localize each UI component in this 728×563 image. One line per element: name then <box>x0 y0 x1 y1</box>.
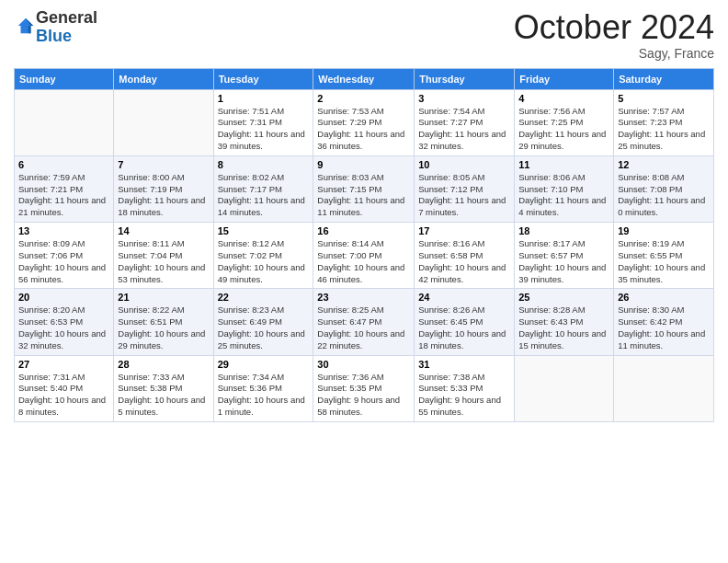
day-number: 22 <box>218 292 310 303</box>
day-info: Sunrise: 8:25 AMSunset: 6:47 PMDaylight:… <box>317 304 410 351</box>
col-sunday: Sunday <box>15 68 114 89</box>
day-info: Sunrise: 8:28 AMSunset: 6:43 PMDaylight:… <box>518 304 609 351</box>
calendar-cell: 29Sunrise: 7:34 AMSunset: 5:36 PMDayligh… <box>213 355 313 421</box>
title-block: October 2024 Sagy, France <box>514 9 714 61</box>
calendar-cell: 5Sunrise: 7:57 AMSunset: 7:23 PMDaylight… <box>614 89 714 155</box>
day-number: 20 <box>18 292 109 303</box>
day-info: Sunrise: 8:00 AMSunset: 7:19 PMDaylight:… <box>118 172 209 219</box>
calendar-cell: 11Sunrise: 8:06 AMSunset: 7:10 PMDayligh… <box>515 155 614 222</box>
month-title: October 2024 <box>514 9 714 46</box>
calendar-cell: 22Sunrise: 8:23 AMSunset: 6:49 PMDayligh… <box>213 289 313 355</box>
logo-blue-text: Blue <box>36 27 72 45</box>
calendar-cell: 20Sunrise: 8:20 AMSunset: 6:53 PMDayligh… <box>15 289 114 355</box>
calendar-cell: 9Sunrise: 8:03 AMSunset: 7:15 PMDaylight… <box>313 155 415 222</box>
day-number: 16 <box>317 225 410 236</box>
day-number: 11 <box>518 159 609 170</box>
logo: General Blue <box>14 9 97 46</box>
day-number: 25 <box>518 292 609 303</box>
calendar-cell: 28Sunrise: 7:33 AMSunset: 5:38 PMDayligh… <box>114 355 213 421</box>
calendar-cell <box>515 355 614 421</box>
day-info: Sunrise: 7:54 AMSunset: 7:27 PMDaylight:… <box>418 106 510 153</box>
day-number: 6 <box>18 159 109 170</box>
day-info: Sunrise: 7:53 AMSunset: 7:29 PMDaylight:… <box>317 106 410 153</box>
day-number: 13 <box>18 225 109 236</box>
day-number: 14 <box>118 225 209 236</box>
calendar-cell <box>15 89 114 155</box>
day-info: Sunrise: 8:20 AMSunset: 6:53 PMDaylight:… <box>18 304 109 351</box>
day-info: Sunrise: 8:08 AMSunset: 7:08 PMDaylight:… <box>618 172 710 219</box>
page: General Blue October 2024 Sagy, France S… <box>0 0 728 563</box>
day-number: 2 <box>317 93 410 104</box>
calendar-cell: 3Sunrise: 7:54 AMSunset: 7:27 PMDaylight… <box>415 89 515 155</box>
header: General Blue October 2024 Sagy, France <box>14 9 714 61</box>
day-info: Sunrise: 8:06 AMSunset: 7:10 PMDaylight:… <box>518 172 609 219</box>
day-number: 8 <box>218 159 310 170</box>
day-number: 9 <box>317 159 410 170</box>
calendar-cell: 12Sunrise: 8:08 AMSunset: 7:08 PMDayligh… <box>614 155 714 222</box>
day-info: Sunrise: 8:30 AMSunset: 6:42 PMDaylight:… <box>618 304 710 351</box>
calendar-week-row: 27Sunrise: 7:31 AMSunset: 5:40 PMDayligh… <box>15 355 714 421</box>
day-info: Sunrise: 8:23 AMSunset: 6:49 PMDaylight:… <box>218 304 310 351</box>
day-info: Sunrise: 8:14 AMSunset: 7:00 PMDaylight:… <box>317 238 410 285</box>
day-number: 27 <box>18 359 109 370</box>
col-thursday: Thursday <box>415 68 515 89</box>
day-info: Sunrise: 7:51 AMSunset: 7:31 PMDaylight:… <box>218 106 310 153</box>
day-number: 4 <box>518 93 609 104</box>
day-number: 29 <box>218 359 310 370</box>
calendar-cell: 1Sunrise: 7:51 AMSunset: 7:31 PMDaylight… <box>213 89 313 155</box>
calendar-cell: 14Sunrise: 8:11 AMSunset: 7:04 PMDayligh… <box>114 223 213 289</box>
day-info: Sunrise: 7:57 AMSunset: 7:23 PMDaylight:… <box>618 106 710 153</box>
calendar-cell <box>114 89 213 155</box>
calendar-header-row: Sunday Monday Tuesday Wednesday Thursday… <box>15 68 714 89</box>
col-tuesday: Tuesday <box>213 68 313 89</box>
day-number: 10 <box>418 159 510 170</box>
day-info: Sunrise: 8:26 AMSunset: 6:45 PMDaylight:… <box>418 304 510 351</box>
calendar-week-row: 20Sunrise: 8:20 AMSunset: 6:53 PMDayligh… <box>15 289 714 355</box>
day-number: 26 <box>618 292 710 303</box>
calendar-cell: 6Sunrise: 7:59 AMSunset: 7:21 PMDaylight… <box>15 155 114 222</box>
day-number: 23 <box>317 292 410 303</box>
day-number: 21 <box>118 292 209 303</box>
calendar-cell: 30Sunrise: 7:36 AMSunset: 5:35 PMDayligh… <box>313 355 415 421</box>
day-info: Sunrise: 7:31 AMSunset: 5:40 PMDaylight:… <box>18 372 109 419</box>
day-info: Sunrise: 8:05 AMSunset: 7:12 PMDaylight:… <box>418 172 510 219</box>
day-info: Sunrise: 8:16 AMSunset: 6:58 PMDaylight:… <box>418 238 510 285</box>
day-number: 5 <box>618 93 710 104</box>
day-info: Sunrise: 7:56 AMSunset: 7:25 PMDaylight:… <box>518 106 609 153</box>
calendar-cell: 25Sunrise: 8:28 AMSunset: 6:43 PMDayligh… <box>515 289 614 355</box>
calendar-table: Sunday Monday Tuesday Wednesday Thursday… <box>14 68 714 422</box>
calendar-cell: 26Sunrise: 8:30 AMSunset: 6:42 PMDayligh… <box>614 289 714 355</box>
calendar-cell: 4Sunrise: 7:56 AMSunset: 7:25 PMDaylight… <box>515 89 614 155</box>
day-info: Sunrise: 8:11 AMSunset: 7:04 PMDaylight:… <box>118 238 209 285</box>
calendar-cell: 21Sunrise: 8:22 AMSunset: 6:51 PMDayligh… <box>114 289 213 355</box>
calendar-cell: 19Sunrise: 8:19 AMSunset: 6:55 PMDayligh… <box>614 223 714 289</box>
calendar-cell: 16Sunrise: 8:14 AMSunset: 7:00 PMDayligh… <box>313 223 415 289</box>
calendar-week-row: 1Sunrise: 7:51 AMSunset: 7:31 PMDaylight… <box>15 89 714 155</box>
calendar-cell: 18Sunrise: 8:17 AMSunset: 6:57 PMDayligh… <box>515 223 614 289</box>
day-info: Sunrise: 7:34 AMSunset: 5:36 PMDaylight:… <box>218 372 310 419</box>
day-info: Sunrise: 8:17 AMSunset: 6:57 PMDaylight:… <box>518 238 609 285</box>
day-number: 18 <box>518 225 609 236</box>
day-info: Sunrise: 8:12 AMSunset: 7:02 PMDaylight:… <box>218 238 310 285</box>
col-wednesday: Wednesday <box>313 68 415 89</box>
day-info: Sunrise: 8:03 AMSunset: 7:15 PMDaylight:… <box>317 172 410 219</box>
col-monday: Monday <box>114 68 213 89</box>
day-number: 31 <box>418 359 510 370</box>
calendar-week-row: 6Sunrise: 7:59 AMSunset: 7:21 PMDaylight… <box>15 155 714 222</box>
col-friday: Friday <box>515 68 614 89</box>
day-info: Sunrise: 8:02 AMSunset: 7:17 PMDaylight:… <box>218 172 310 219</box>
calendar-cell: 15Sunrise: 8:12 AMSunset: 7:02 PMDayligh… <box>213 223 313 289</box>
location: Sagy, France <box>514 46 714 61</box>
day-info: Sunrise: 8:19 AMSunset: 6:55 PMDaylight:… <box>618 238 710 285</box>
day-number: 7 <box>118 159 209 170</box>
day-number: 19 <box>618 225 710 236</box>
day-info: Sunrise: 8:22 AMSunset: 6:51 PMDaylight:… <box>118 304 209 351</box>
calendar-cell: 17Sunrise: 8:16 AMSunset: 6:58 PMDayligh… <box>415 223 515 289</box>
calendar-cell: 31Sunrise: 7:38 AMSunset: 5:33 PMDayligh… <box>415 355 515 421</box>
day-info: Sunrise: 8:09 AMSunset: 7:06 PMDaylight:… <box>18 238 109 285</box>
calendar-week-row: 13Sunrise: 8:09 AMSunset: 7:06 PMDayligh… <box>15 223 714 289</box>
logo-general-text: General <box>36 8 97 27</box>
logo-icon <box>16 16 36 36</box>
day-info: Sunrise: 7:36 AMSunset: 5:35 PMDaylight:… <box>317 372 410 419</box>
calendar-cell: 24Sunrise: 8:26 AMSunset: 6:45 PMDayligh… <box>415 289 515 355</box>
